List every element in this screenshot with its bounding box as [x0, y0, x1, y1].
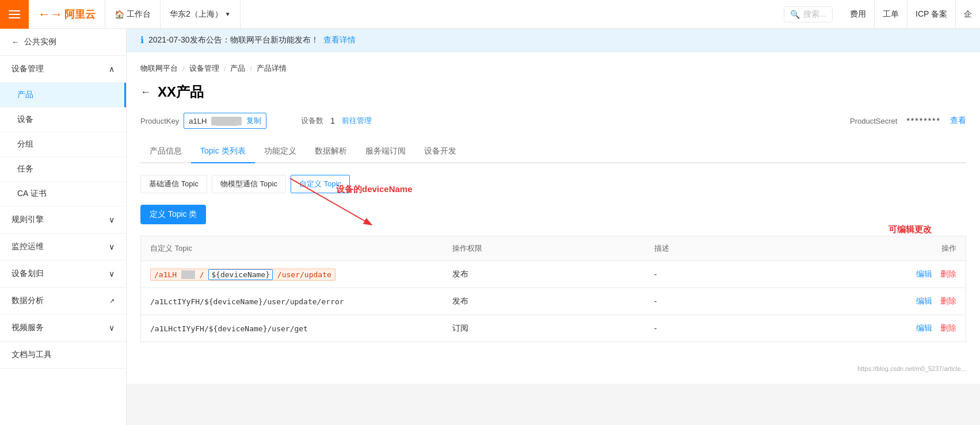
product-key-box: a1LH ████ 复制 [184, 113, 266, 129]
row2-edit-btn[interactable]: 编辑 [916, 296, 932, 305]
sidebar-item-assignment[interactable]: 设备划归 ∨ [0, 261, 126, 288]
table-row: /a1LctIYyFH/${deviceName}/user/update/er… [140, 288, 966, 315]
sidebar-item-device-management[interactable]: 设备管理 ∧ [0, 56, 126, 83]
sidebar-ca-label: CA 证书 [17, 189, 47, 199]
topic-table: 自定义 Topic 操作权限 描述 操作 /a1LH H / ${deviceN… [140, 236, 966, 342]
product-key-value: a1LH [189, 117, 207, 125]
nav-link-fee[interactable]: 费用 [842, 0, 875, 29]
sidebar: ← 公共实例 设备管理 ∧ 产品 设备 分组 任务 CA 证书 规则引擎 ∨ 监… [0, 29, 127, 425]
info-icon: ℹ [140, 35, 144, 45]
breadcrumb-current: 产品详情 [257, 63, 287, 74]
breadcrumb-sep-2: / [224, 64, 226, 73]
main-content: ℹ 2021-07-30发布公告：物联网平台新功能发布！ 查看详情 物联网平台 … [127, 29, 980, 425]
announcement-link[interactable]: 查看详情 [323, 35, 356, 45]
svg-rect-1 [9, 14, 20, 15]
sub-tab-basic[interactable]: 基础通信 Topic [140, 175, 207, 193]
define-topic-btn[interactable]: 定义 Topic 类 [140, 205, 206, 224]
topic-prefix: /a1LH [154, 270, 177, 279]
tab-topic-list[interactable]: Topic 类列表 [191, 140, 255, 163]
nav-link-ticket[interactable]: 工单 [875, 0, 907, 29]
back-arrow-icon: ← [12, 37, 20, 47]
main-tabs: 产品信息 Topic 类列表 功能定义 数据解析 服务端订阅 设备开发 [140, 140, 966, 163]
sidebar-item-tasks[interactable]: 任务 [0, 157, 126, 182]
url-hint: https://blog.csdn.net/m0_5237/article... [140, 365, 966, 372]
nav-link-icp[interactable]: ICP 备案 [907, 0, 956, 29]
page-back-button[interactable]: ← [140, 86, 151, 98]
row2-delete-btn[interactable]: 删除 [940, 296, 956, 305]
devices-link[interactable]: 前往管理 [342, 116, 372, 126]
nav-links: 费用 工单 ICP 备案 企 [842, 0, 980, 29]
svg-rect-2 [9, 17, 20, 18]
breadcrumb: 物联网平台 / 设备管理 / 产品 / 产品详情 [140, 63, 966, 74]
devices-value: 1 [330, 116, 335, 125]
sub-tab-model[interactable]: 物模型通信 Topic [212, 175, 286, 193]
row2-topic-text: /a1LctIYyFH/${deviceName}/user/update/er… [150, 297, 344, 306]
sidebar-assignment-label: 设备划归 [12, 269, 44, 279]
product-key-label: ProductKey [140, 117, 179, 125]
sidebar-item-data-analysis[interactable]: 数据分析 ↗ [0, 288, 126, 315]
topic-suffix: /user/update [277, 270, 331, 279]
view-secret-link[interactable]: 查看 [950, 116, 966, 126]
tab-service-sub[interactable]: 服务端订阅 [356, 140, 415, 163]
menu-button[interactable] [0, 0, 29, 29]
sidebar-video-label: 视频服务 [12, 323, 44, 333]
tab-function-def[interactable]: 功能定义 [255, 140, 306, 163]
copy-button[interactable]: 复制 [246, 116, 261, 126]
topic-device-var: ${deviceName} [208, 269, 273, 280]
sidebar-section-label: 设备管理 [12, 64, 44, 74]
sidebar-item-groups[interactable]: 分组 [0, 132, 126, 157]
topic-masked: H [181, 270, 195, 279]
sub-tabs: 基础通信 Topic 物模型通信 Topic 自定义 Topic [140, 175, 966, 193]
tab-product-info[interactable]: 产品信息 [140, 140, 191, 163]
search-placeholder: 搜索... [803, 9, 826, 20]
row2-topic: /a1LctIYyFH/${deviceName}/user/update/er… [150, 297, 452, 306]
row1-perm: 发布 [452, 269, 654, 279]
col-header-desc: 描述 [654, 243, 856, 254]
content-area: 物联网平台 / 设备管理 / 产品 / 产品详情 ← XX产品 ProductK… [127, 52, 980, 384]
home-icon: 🏠 [115, 10, 124, 19]
workbench-nav[interactable]: 🏠 工作台 [105, 0, 161, 28]
sidebar-item-ca[interactable]: CA 证书 [0, 182, 126, 206]
breadcrumb-device-mgmt[interactable]: 设备管理 [189, 63, 219, 74]
row1-topic: /a1LH H / ${deviceName} /user/update [150, 270, 452, 279]
sidebar-item-rules[interactable]: 规则引擎 ∨ [0, 206, 126, 233]
sub-tab-custom[interactable]: 自定义 Topic [291, 175, 350, 193]
page-title-row: ← XX产品 [140, 83, 966, 101]
sidebar-item-devices[interactable]: 设备 [0, 108, 126, 132]
table-header: 自定义 Topic 操作权限 描述 操作 [140, 236, 966, 261]
external-icon: ↗ [109, 297, 115, 305]
table-row: /a1LH H / ${deviceName} /user/update 发布 … [140, 261, 966, 288]
row3-delete-btn[interactable]: 删除 [940, 323, 956, 332]
row3-topic: /a1LHctIYyFH/${deviceName}/user/get [150, 324, 452, 333]
logo-icon: ←→ [38, 7, 62, 22]
devices-field: 设备数 1 前往管理 [301, 116, 372, 126]
row3-desc: - [654, 324, 856, 333]
tab-device-dev[interactable]: 设备开发 [415, 140, 466, 163]
collapse-icon: ∧ [109, 64, 115, 74]
nav-link-more[interactable]: 企 [956, 0, 980, 29]
sidebar-item-product[interactable]: 产品 [0, 83, 126, 108]
sidebar-back-label: 公共实例 [24, 37, 56, 47]
col-header-perm: 操作权限 [452, 243, 654, 254]
breadcrumb-iot[interactable]: 物联网平台 [140, 63, 178, 74]
sidebar-item-docs[interactable]: 文档与工具 [0, 342, 126, 369]
row1-desc: - [654, 270, 856, 279]
sidebar-item-video[interactable]: 视频服务 ∨ [0, 315, 126, 342]
sidebar-tasks-label: 任务 [17, 164, 33, 174]
breadcrumb-product[interactable]: 产品 [230, 63, 245, 74]
sidebar-docs-label: 文档与工具 [12, 350, 52, 360]
row3-perm: 订阅 [452, 323, 654, 334]
row2-desc: - [654, 297, 856, 306]
product-key-masked: ████ [211, 117, 242, 125]
sidebar-back-btn[interactable]: ← 公共实例 [0, 29, 126, 56]
region-selector[interactable]: 华东2（上海） ▼ [161, 0, 241, 28]
sidebar-item-monitor[interactable]: 监控运维 ∨ [0, 233, 126, 261]
tab-data-analysis[interactable]: 数据解析 [306, 140, 356, 163]
breadcrumb-sep-3: / [250, 64, 252, 73]
row1-delete-btn[interactable]: 删除 [940, 269, 956, 278]
search-box[interactable]: 🔍 搜索... [784, 6, 833, 22]
logo-area: ←→ 阿里云 [29, 0, 105, 28]
devices-label: 设备数 [301, 116, 323, 126]
row1-edit-btn[interactable]: 编辑 [916, 269, 932, 278]
row3-edit-btn[interactable]: 编辑 [916, 323, 932, 332]
